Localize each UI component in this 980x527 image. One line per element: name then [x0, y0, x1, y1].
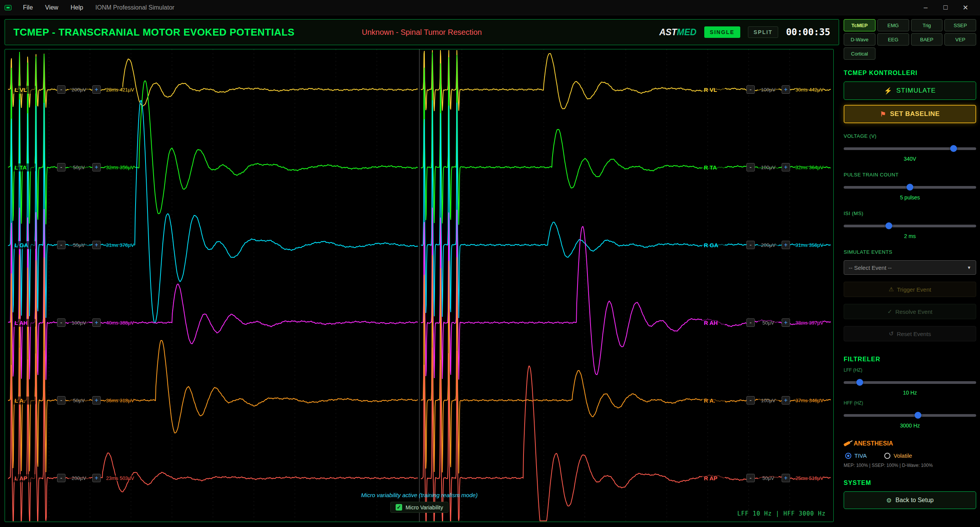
gear-icon: ⚙	[886, 497, 892, 504]
gain-decrease-button[interactable]: -	[746, 163, 755, 171]
volatile-radio-option[interactable]: Volatile	[884, 452, 912, 459]
reset-events-button[interactable]: ↺ Reset Events	[844, 326, 976, 341]
gain-value: 50µV	[758, 475, 779, 481]
hff-slider-thumb[interactable]	[915, 412, 921, 419]
maximize-button[interactable]: □	[936, 0, 955, 15]
isi-slider-thumb[interactable]	[885, 222, 892, 229]
gain-decrease-button[interactable]: -	[57, 241, 65, 249]
gain-decrease-button[interactable]: -	[746, 241, 755, 249]
gain-increase-button[interactable]: +	[92, 241, 101, 249]
menu-view[interactable]: View	[39, 1, 64, 14]
channel-row-r-ga: R GA-200µV+31ms 356µV	[702, 240, 823, 250]
gain-decrease-button[interactable]: -	[57, 318, 65, 327]
channel-row-r-vl: R VL-100µV+30ms 442µV	[702, 84, 823, 95]
gain-increase-button[interactable]: +	[782, 85, 790, 94]
gain-increase-button[interactable]: +	[782, 241, 790, 249]
gain-decrease-button[interactable]: -	[57, 163, 65, 171]
micro-variability-note: Micro variability active (training reali…	[361, 492, 478, 498]
gain-increase-button[interactable]: +	[92, 396, 101, 405]
menu-file[interactable]: File	[17, 1, 39, 14]
gain-value: 50µV	[758, 320, 779, 326]
gain-decrease-button[interactable]: -	[57, 85, 65, 94]
chevron-down-icon: ▼	[967, 265, 971, 270]
back-to-setup-button[interactable]: ⚙ Back to Setup	[844, 491, 976, 509]
trigger-event-button[interactable]: ⚠ Trigger Event	[844, 282, 976, 297]
modality-emg[interactable]: EMG	[877, 19, 909, 31]
trace-l-ap	[8, 348, 418, 521]
filters-heading: FILTRELER	[844, 356, 976, 363]
reset-icon: ↺	[889, 330, 894, 337]
anesthesia-heading-label: ANESTHESIA	[854, 440, 893, 447]
brand-part2: MED	[677, 27, 696, 37]
modality-cortical[interactable]: Cortical	[844, 47, 875, 60]
gain-increase-button[interactable]: +	[92, 85, 101, 94]
channel-label: L TA	[13, 163, 36, 171]
gain-decrease-button[interactable]: -	[746, 318, 755, 327]
gain-increase-button[interactable]: +	[782, 318, 790, 327]
channel-label: R VL	[702, 86, 725, 94]
modality-baep[interactable]: BAEP	[911, 33, 943, 46]
lff-slider[interactable]	[844, 379, 976, 386]
case-label: Unknown - Spinal Tumor Resection	[362, 28, 482, 37]
gain-decrease-button[interactable]: -	[57, 474, 65, 482]
event-select-dropdown[interactable]: -- Select Event -- ▼	[844, 260, 976, 275]
gain-value: 100µV	[69, 320, 89, 326]
radio-selected-icon[interactable]	[845, 453, 851, 459]
modality-d-wave[interactable]: D-Wave	[844, 33, 875, 46]
gain-increase-button[interactable]: +	[92, 474, 101, 482]
gain-value: 100µV	[758, 165, 779, 170]
gain-decrease-button[interactable]: -	[57, 396, 65, 405]
back-to-setup-label: Back to Setup	[895, 497, 934, 504]
gain-increase-button[interactable]: +	[782, 396, 790, 405]
gain-increase-button[interactable]: +	[92, 163, 101, 171]
set-baseline-label: SET BASELINE	[890, 110, 940, 118]
gain-increase-button[interactable]: +	[92, 318, 101, 327]
stimulate-button[interactable]: ⚡ STIMULATE	[844, 82, 976, 100]
session-timer: 00:00:35	[786, 27, 830, 38]
modality-tcmep[interactable]: TcMEP	[844, 19, 875, 31]
channel-row-l-ta: L TA-50µV+32ms 356µV	[13, 162, 134, 173]
isi-slider[interactable]	[844, 222, 976, 229]
pulse-train-slider[interactable]	[844, 184, 976, 191]
set-baseline-button[interactable]: ⚑ SET BASELINE	[844, 105, 976, 123]
modality-vep[interactable]: VEP	[944, 33, 976, 46]
latency-amplitude-readout: 37ms 346µV	[795, 398, 823, 403]
lightning-icon: ⚡	[884, 87, 892, 95]
voltage-slider[interactable]	[844, 145, 976, 152]
gain-decrease-button[interactable]: -	[746, 474, 755, 482]
voltage-label: VOLTAGE (V)	[844, 133, 976, 139]
single-view-button[interactable]: SINGLE	[704, 26, 740, 38]
modality-ssep[interactable]: SSEP	[944, 19, 976, 31]
split-view-button[interactable]: SPLIT	[748, 26, 779, 38]
gain-decrease-button[interactable]: -	[746, 85, 755, 94]
micro-variability-toggle[interactable]: ✓ Micro Variability	[390, 502, 448, 513]
checkbox-checked-icon[interactable]: ✓	[396, 504, 402, 511]
anesthesia-status: MEP: 100% | SSEP: 100% | D-Wave: 100%	[844, 463, 976, 468]
gain-value: 200µV	[69, 475, 89, 481]
minimize-button[interactable]: –	[916, 0, 936, 15]
radio-unselected-icon[interactable]	[884, 453, 890, 459]
modality-eeg[interactable]: EEG	[877, 33, 909, 46]
modality-button-grid: TcMEPEMGTrigSSEPD-WaveEEGBAEPVEPCortical	[844, 19, 976, 60]
modality-trig[interactable]: Trig	[911, 19, 943, 31]
lff-slider-thumb[interactable]	[856, 379, 863, 386]
menu-help[interactable]: Help	[64, 1, 89, 14]
stimulate-label: STIMULATE	[897, 87, 936, 95]
resolve-event-button[interactable]: ✓ Resolve Event	[844, 304, 976, 319]
tiva-radio-option[interactable]: TIVA	[845, 452, 867, 459]
close-button[interactable]: ✕	[955, 0, 975, 15]
gain-decrease-button[interactable]: -	[746, 396, 755, 405]
channel-label: R TA	[702, 163, 725, 171]
resolve-event-label: Resolve Event	[895, 308, 933, 315]
syringe-icon	[843, 441, 850, 446]
latency-amplitude-readout: 23ms 503µV	[106, 475, 134, 481]
pulse-train-slider-thumb[interactable]	[906, 184, 913, 191]
channel-row-l-ap: L AP-200µV+23ms 503µV	[13, 473, 134, 483]
gain-increase-button[interactable]: +	[782, 474, 790, 482]
lff-label: LFF (HZ)	[844, 367, 976, 373]
gain-value: 200µV	[69, 87, 89, 93]
hff-slider[interactable]	[844, 412, 976, 419]
voltage-slider-thumb[interactable]	[950, 145, 957, 152]
gain-increase-button[interactable]: +	[782, 163, 790, 171]
micro-variability-label: Micro Variability	[406, 504, 443, 511]
